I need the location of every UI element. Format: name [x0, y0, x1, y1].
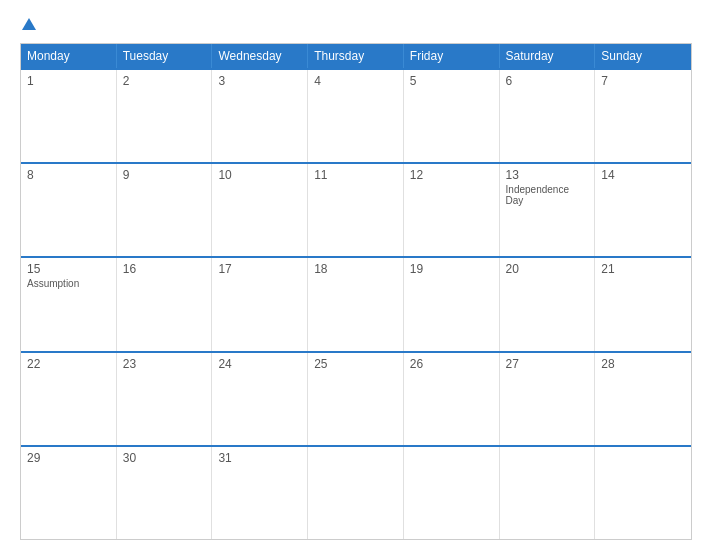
day-header-thursday: Thursday [308, 44, 404, 68]
day-number: 4 [314, 74, 397, 88]
day-number: 6 [506, 74, 589, 88]
day-number: 23 [123, 357, 206, 371]
calendar-grid: MondayTuesdayWednesdayThursdayFridaySatu… [20, 43, 692, 540]
logo-blue-text [20, 18, 36, 31]
cal-cell: 27 [500, 353, 596, 445]
day-number: 2 [123, 74, 206, 88]
cal-cell: 16 [117, 258, 213, 350]
cal-cell: 21 [595, 258, 691, 350]
day-number: 8 [27, 168, 110, 182]
cal-cell: 22 [21, 353, 117, 445]
cal-cell: 12 [404, 164, 500, 256]
day-number: 7 [601, 74, 685, 88]
day-number: 27 [506, 357, 589, 371]
day-number: 18 [314, 262, 397, 276]
cal-cell: 11 [308, 164, 404, 256]
cal-cell: 19 [404, 258, 500, 350]
day-number: 21 [601, 262, 685, 276]
day-header-wednesday: Wednesday [212, 44, 308, 68]
cal-cell: 30 [117, 447, 213, 539]
day-number: 31 [218, 451, 301, 465]
cal-cell: 23 [117, 353, 213, 445]
cal-cell: 20 [500, 258, 596, 350]
day-number: 10 [218, 168, 301, 182]
cal-cell: 9 [117, 164, 213, 256]
day-number: 15 [27, 262, 110, 276]
day-header-tuesday: Tuesday [117, 44, 213, 68]
cal-cell [404, 447, 500, 539]
calendar-page: MondayTuesdayWednesdayThursdayFridaySatu… [0, 0, 712, 550]
logo-triangle-icon [22, 18, 36, 30]
cal-cell: 31 [212, 447, 308, 539]
cal-cell: 3 [212, 70, 308, 162]
calendar-header-row: MondayTuesdayWednesdayThursdayFridaySatu… [21, 44, 691, 68]
holiday-label: Independence Day [506, 184, 589, 206]
day-number: 22 [27, 357, 110, 371]
week-row-3: 15Assumption161718192021 [21, 256, 691, 350]
day-number: 28 [601, 357, 685, 371]
day-number: 24 [218, 357, 301, 371]
day-header-friday: Friday [404, 44, 500, 68]
cal-cell: 18 [308, 258, 404, 350]
cal-cell [308, 447, 404, 539]
week-row-4: 22232425262728 [21, 351, 691, 445]
day-number: 16 [123, 262, 206, 276]
cal-cell: 14 [595, 164, 691, 256]
calendar-body: 12345678910111213Independence Day1415Ass… [21, 68, 691, 539]
week-row-5: 293031 [21, 445, 691, 539]
cal-cell: 1 [21, 70, 117, 162]
page-header [20, 18, 692, 31]
cal-cell: 4 [308, 70, 404, 162]
day-header-saturday: Saturday [500, 44, 596, 68]
cal-cell: 26 [404, 353, 500, 445]
day-number: 26 [410, 357, 493, 371]
cal-cell: 8 [21, 164, 117, 256]
cal-cell: 25 [308, 353, 404, 445]
holiday-label: Assumption [27, 278, 110, 289]
cal-cell [500, 447, 596, 539]
day-number: 3 [218, 74, 301, 88]
day-number: 25 [314, 357, 397, 371]
day-number: 11 [314, 168, 397, 182]
cal-cell: 29 [21, 447, 117, 539]
cal-cell [595, 447, 691, 539]
cal-cell: 6 [500, 70, 596, 162]
day-number: 17 [218, 262, 301, 276]
day-number: 14 [601, 168, 685, 182]
cal-cell: 5 [404, 70, 500, 162]
day-number: 20 [506, 262, 589, 276]
week-row-1: 1234567 [21, 68, 691, 162]
cal-cell: 15Assumption [21, 258, 117, 350]
day-header-monday: Monday [21, 44, 117, 68]
day-number: 30 [123, 451, 206, 465]
day-number: 29 [27, 451, 110, 465]
cal-cell: 2 [117, 70, 213, 162]
day-number: 9 [123, 168, 206, 182]
cal-cell: 7 [595, 70, 691, 162]
day-number: 1 [27, 74, 110, 88]
day-number: 12 [410, 168, 493, 182]
day-number: 19 [410, 262, 493, 276]
week-row-2: 8910111213Independence Day14 [21, 162, 691, 256]
day-number: 13 [506, 168, 589, 182]
cal-cell: 17 [212, 258, 308, 350]
cal-cell: 10 [212, 164, 308, 256]
day-number: 5 [410, 74, 493, 88]
cal-cell: 24 [212, 353, 308, 445]
cal-cell: 28 [595, 353, 691, 445]
day-header-sunday: Sunday [595, 44, 691, 68]
logo [20, 18, 36, 31]
cal-cell: 13Independence Day [500, 164, 596, 256]
